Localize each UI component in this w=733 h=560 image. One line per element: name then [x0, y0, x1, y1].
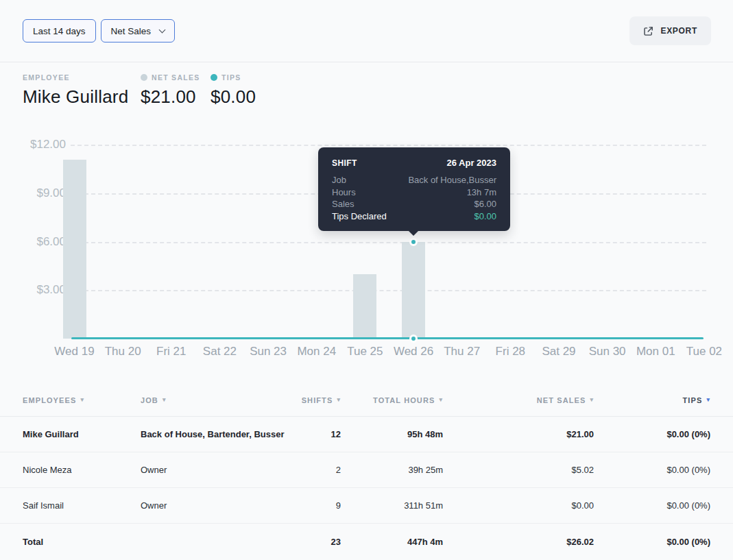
column-header-label: NET SALES: [537, 396, 586, 404]
column-header-job[interactable]: JOB▾: [141, 396, 286, 404]
bar-tue-25[interactable]: [353, 274, 376, 339]
column-header-label: JOB: [141, 396, 158, 404]
net-sales-label: NET SALES: [141, 73, 211, 82]
tooltip-row-label: Job: [332, 174, 346, 186]
tips-point-marker: [409, 334, 418, 343]
y-axis-label: $6.00: [0, 235, 66, 249]
column-header-shifts[interactable]: SHIFTS▾: [286, 396, 341, 404]
net-sales-label-text: NET SALES: [152, 73, 200, 82]
cell-total-hours: 311h 51m: [341, 500, 443, 511]
net-sales-value: $21.00: [141, 86, 211, 108]
tooltip-rows: JobBack of House,BusserHours13h 7mSales$…: [332, 174, 496, 222]
x-axis-label: Sat 29: [531, 345, 586, 358]
column-header-label: TOTAL HOURS: [373, 396, 435, 404]
bar-wed-26[interactable]: [402, 242, 425, 339]
x-axis-label: Tue 25: [337, 345, 392, 358]
tips-dot: [211, 74, 217, 81]
tooltip-row: Sales$6.00: [332, 198, 496, 210]
export-button[interactable]: EXPORT: [629, 16, 711, 45]
tips-label-text: TIPS: [221, 73, 241, 82]
tooltip-date: 26 Apr 2023: [446, 158, 496, 168]
date-range-button[interactable]: Last 14 days: [23, 19, 96, 42]
gridline: [71, 145, 706, 146]
tooltip-row-value: $6.00: [474, 198, 496, 210]
shift-tooltip: SHIFT 26 Apr 2023 JobBack of House,Busse…: [318, 147, 510, 231]
column-header-tips[interactable]: TIPS▾: [594, 396, 710, 404]
y-axis-label: $9.00: [0, 186, 66, 200]
metric-select-button[interactable]: Net Sales: [101, 19, 176, 42]
sort-arrow-icon: ▾: [706, 397, 710, 403]
table-row-0[interactable]: Mike GuillardBack of House, Bartender, B…: [0, 417, 733, 452]
cell-job: Owner: [141, 500, 286, 511]
x-axis-label: Fri 21: [144, 345, 199, 358]
cell-tips: $0.00 (0%): [594, 465, 710, 475]
metric-select-label: Net Sales: [111, 26, 152, 36]
x-axis-label: Sat 22: [192, 345, 247, 358]
topbar: Last 14 days Net Sales EXPORT: [0, 0, 733, 62]
x-axis-label: Wed 26: [386, 345, 441, 358]
table-row-2[interactable]: Saif IsmailOwner9311h 51m$0.00$0.00 (0%): [0, 488, 733, 524]
y-axis-label: $3.00: [0, 283, 66, 297]
gridline: [71, 242, 706, 243]
tips-label: TIPS: [211, 73, 256, 82]
tooltip-row: Hours13h 7m: [332, 186, 496, 199]
table-header-row: EMPLOYEES▾JOB▾SHIFTS▾TOTAL HOURS▾NET SAL…: [0, 384, 733, 417]
x-axis-label: Wed 19: [47, 345, 102, 358]
tooltip-row-value: Back of House,Busser: [408, 174, 496, 186]
x-axis-label: Mon 24: [289, 345, 344, 358]
x-axis-label: Thu 27: [435, 345, 490, 358]
date-range-label: Last 14 days: [33, 26, 86, 36]
cell-employee: Mike Guillard: [23, 429, 141, 439]
tooltip-row-label: Hours: [332, 186, 356, 199]
x-axis-label: Fri 28: [483, 345, 538, 358]
column-header-employees[interactable]: EMPLOYEES▾: [23, 396, 141, 404]
sales-chart: SHIFT 26 Apr 2023 JobBack of House,Busse…: [0, 134, 733, 370]
tooltip-row: Tips Declared$0.00: [332, 210, 496, 223]
tooltip-row-label: Tips Declared: [332, 210, 387, 223]
employees-table: EMPLOYEES▾JOB▾SHIFTS▾TOTAL HOURS▾NET SAL…: [0, 384, 733, 560]
export-label: EXPORT: [660, 26, 697, 36]
y-axis-label: $12.00: [0, 138, 66, 151]
sort-arrow-icon: ▾: [80, 397, 84, 403]
cell-employee: Nicole Meza: [23, 465, 141, 475]
table-total-row[interactable]: Total23447h 4m$26.02$0.00 (0%): [0, 524, 733, 560]
tooltip-title: SHIFT: [332, 158, 357, 168]
cell-total-hours: 95h 48m: [341, 429, 443, 439]
cell-job: Back of House, Bartender, Busser: [141, 429, 286, 439]
cell-employee: Total: [23, 537, 141, 547]
cell-net-sales: $0.00: [443, 500, 594, 511]
column-header-total-hours[interactable]: TOTAL HOURS▾: [341, 396, 443, 404]
table-row-1[interactable]: Nicole MezaOwner239h 25m$5.02$0.00 (0%): [0, 452, 733, 488]
tooltip-header: SHIFT 26 Apr 2023: [332, 158, 496, 168]
employee-name: Mike Guillard: [23, 86, 141, 108]
filter-button-group: Last 14 days Net Sales: [23, 19, 175, 42]
column-header-label: EMPLOYEES: [23, 396, 76, 404]
cell-job: Owner: [141, 465, 286, 475]
column-header-label: SHIFTS: [302, 396, 333, 404]
employee-label: EMPLOYEE: [23, 73, 141, 82]
column-header-net-sales[interactable]: NET SALES▾: [443, 396, 594, 404]
summary-employee: EMPLOYEE Mike Guillard: [23, 73, 141, 108]
cell-shifts: 9: [286, 500, 341, 511]
tooltip-row-value: $0.00: [474, 210, 496, 223]
tips-value: $0.00: [211, 86, 256, 108]
x-axis-label: Tue 02: [677, 345, 732, 358]
tooltip-row-label: Sales: [332, 198, 355, 210]
cell-shifts: 23: [286, 537, 341, 547]
x-axis-label: Thu 20: [95, 345, 150, 358]
cell-total-hours: 447h 4m: [341, 537, 443, 547]
cell-tips: $0.00 (0%): [594, 429, 710, 439]
employee-sales-report-page: Last 14 days Net Sales EXPORT EMPLOYEE M…: [0, 0, 733, 560]
tooltip-row-value: 13h 7m: [467, 186, 496, 199]
tooltip-row: JobBack of House,Busser: [332, 174, 496, 186]
summary-tips: TIPS $0.00: [211, 73, 256, 108]
cell-shifts: 2: [286, 465, 341, 475]
bar-wed-19[interactable]: [63, 160, 86, 339]
cell-shifts: 12: [286, 429, 341, 439]
sales-point-marker: [409, 238, 418, 246]
chevron-down-icon: [159, 26, 166, 33]
summary-header: EMPLOYEE Mike Guillard NET SALES $21.00 …: [23, 73, 256, 108]
cell-net-sales: $5.02: [443, 465, 594, 475]
x-axis-label: Sun 30: [580, 345, 635, 358]
cell-net-sales: $21.00: [443, 429, 594, 439]
